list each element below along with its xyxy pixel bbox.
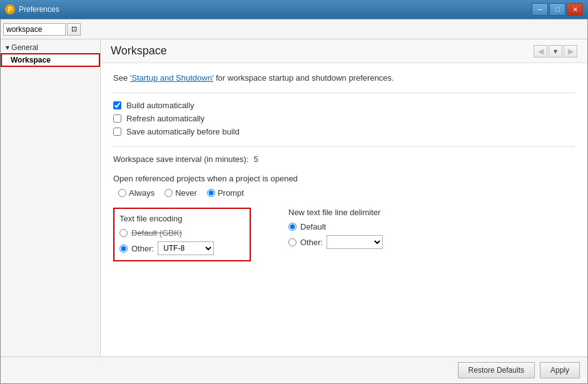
page-title: Workspace	[111, 44, 167, 58]
encoding-other-label: Other:	[131, 244, 154, 253]
refresh-automatically-row: Refresh automatically	[113, 114, 575, 123]
build-automatically-checkbox[interactable]	[113, 101, 121, 109]
maximize-button[interactable]: □	[549, 3, 565, 16]
nav-buttons: ◀ ▾ ▶	[534, 45, 577, 58]
startup-shutdown-link[interactable]: 'Startup and Shutdown'	[130, 73, 214, 83]
delimiter-default-label: Default	[300, 222, 326, 231]
delimiter-other-label: Other:	[300, 238, 323, 247]
encoding-section: Text file encoding Default (GBK) Other: …	[113, 208, 575, 261]
text-encoding-title: Text file encoding	[119, 214, 245, 223]
nav-back-button[interactable]: ◀	[534, 45, 547, 58]
main-panel: Workspace ◀ ▾ ▶ See 'Startup and Shutdow…	[101, 39, 587, 356]
encoding-default-label: Default (GBK)	[131, 228, 182, 238]
save-automatically-checkbox[interactable]	[113, 128, 121, 136]
close-button[interactable]: ✕	[567, 3, 583, 16]
panel-content: See 'Startup and Shutdown' for workspace…	[101, 63, 587, 271]
filter-button[interactable]: ⊡	[67, 23, 81, 36]
text-encoding-group: Text file encoding Default (GBK) Other: …	[113, 208, 251, 261]
build-automatically-row: Build automatically	[113, 101, 575, 110]
panel-header: Workspace ◀ ▾ ▶	[101, 39, 587, 63]
refresh-automatically-label: Refresh automatically	[126, 114, 205, 123]
title-bar-text: Preferences	[19, 5, 532, 14]
sidebar: ▾ General Workspace	[1, 39, 101, 356]
encoding-other-radio[interactable]	[119, 245, 128, 253]
sidebar-item-workspace[interactable]: Workspace	[1, 53, 100, 67]
prompt-radio[interactable]	[207, 189, 215, 197]
checkbox-section: Build automatically Refresh automaticall…	[113, 101, 575, 136]
open-projects-label: Open referenced projects when a project …	[113, 174, 575, 183]
minimize-button[interactable]: ─	[532, 3, 548, 16]
open-projects-radio-group: Always Never Prompt	[113, 188, 575, 198]
restore-defaults-button[interactable]: Restore Defaults	[458, 362, 535, 378]
delimiter-default-row: Default	[288, 222, 426, 231]
build-automatically-label: Build automatically	[126, 101, 194, 110]
interval-value: 5	[254, 154, 258, 164]
delimiter-other-row: Other: Unix Windows MacOS	[288, 235, 426, 249]
open-projects-section: Open referenced projects when a project …	[113, 174, 575, 198]
encoding-default-radio[interactable]	[119, 229, 128, 237]
app-icon: P	[5, 4, 15, 14]
never-option: Never	[165, 188, 197, 198]
toolbar: ⊡	[1, 19, 587, 39]
info-text-prefix: See	[113, 73, 130, 83]
divider-1	[113, 93, 575, 93]
line-delimiter-title: New text file line delimiter	[288, 208, 426, 217]
preferences-window: ⊡ ▾ General Workspace Workspace ◀ ▾ ▶	[0, 19, 588, 384]
info-text: See 'Startup and Shutdown' for workspace…	[113, 73, 575, 83]
prompt-label: Prompt	[218, 188, 244, 198]
encoding-other-row: Other: UTF-8 ISO-8859-1 US-ASCII UTF-16 …	[119, 241, 245, 255]
window-controls: ─ □ ✕	[532, 3, 583, 16]
nav-forward-button[interactable]: ▶	[564, 45, 577, 58]
nav-dropdown-button[interactable]: ▾	[549, 45, 562, 58]
info-text-suffix: for workspace startup and shutdown prefe…	[213, 73, 393, 83]
interval-row: Workspace save interval (in minutes): 5	[113, 154, 575, 164]
never-label: Never	[175, 188, 197, 198]
save-automatically-label: Save automatically before build	[126, 127, 240, 136]
delimiter-default-radio[interactable]	[288, 223, 297, 231]
line-delimiter-group: New text file line delimiter Default Oth…	[288, 208, 426, 261]
title-bar: P Preferences ─ □ ✕	[0, 0, 588, 19]
delimiter-other-radio[interactable]	[288, 238, 297, 246]
interval-label: Workspace save interval (in minutes):	[113, 154, 249, 164]
divider-2	[113, 146, 575, 147]
always-option: Always	[118, 188, 155, 198]
always-label: Always	[129, 188, 155, 198]
content-area: ▾ General Workspace Workspace ◀ ▾ ▶ See …	[1, 39, 587, 356]
sidebar-category-general[interactable]: ▾ General	[1, 42, 100, 53]
save-automatically-row: Save automatically before build	[113, 127, 575, 136]
prompt-option: Prompt	[207, 188, 244, 198]
delimiter-select[interactable]: Unix Windows MacOS	[327, 235, 383, 249]
always-radio[interactable]	[118, 189, 126, 197]
apply-button[interactable]: Apply	[540, 362, 580, 378]
encoding-default-row: Default (GBK)	[119, 228, 245, 238]
bottom-bar: Restore Defaults Apply	[1, 356, 587, 383]
encoding-select[interactable]: UTF-8 ISO-8859-1 US-ASCII UTF-16 UTF-16B…	[158, 241, 214, 255]
never-radio[interactable]	[165, 189, 173, 197]
refresh-automatically-checkbox[interactable]	[113, 114, 121, 123]
search-input[interactable]	[3, 23, 66, 36]
